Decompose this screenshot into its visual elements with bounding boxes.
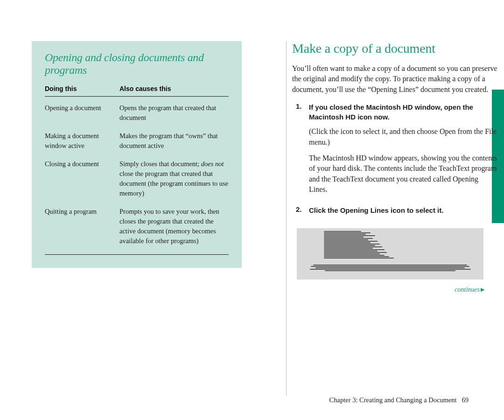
column-divider bbox=[286, 41, 287, 396]
section-title: Make a copy of a document bbox=[292, 41, 497, 56]
step-text: The Macintosh HD window appears, showing… bbox=[309, 153, 497, 195]
preview-text-block bbox=[324, 231, 394, 259]
table-header-doing: Doing this bbox=[45, 85, 119, 92]
cell-causes-post: close the program that created that docu… bbox=[119, 170, 228, 197]
sidebar-title: Opening and closing documents and progra… bbox=[45, 51, 229, 77]
cell-doing: Closing a document bbox=[45, 159, 119, 198]
table-row: Quitting a program Prompts you to save y… bbox=[45, 207, 229, 246]
table-header: Doing this Also causes this bbox=[45, 85, 229, 96]
step-title: Click the Opening Lines icon to select i… bbox=[309, 205, 497, 215]
step-2: 2. Click the Opening Lines icon to selec… bbox=[292, 205, 497, 220]
continues-text: continues bbox=[455, 286, 480, 293]
cell-causes-pre: Simply closes that document; bbox=[119, 160, 201, 168]
reference-table: Doing this Also causes this Opening a do… bbox=[45, 85, 229, 255]
cell-doing: Making a document window active bbox=[45, 131, 119, 151]
table-row: Closing a document Simply closes that do… bbox=[45, 159, 229, 198]
table-header-causes: Also causes this bbox=[119, 85, 229, 92]
step-text: (Click the icon to select it, and then c… bbox=[309, 126, 497, 147]
cell-doing: Quitting a program bbox=[45, 207, 119, 246]
cell-causes: Makes the program that “owns” that docum… bbox=[119, 131, 229, 151]
step-title: If you closed the Macintosh HD window, o… bbox=[309, 102, 497, 122]
step-body: Click the Opening Lines icon to select i… bbox=[309, 205, 497, 220]
cell-causes: Opens the program that created that docu… bbox=[119, 103, 229, 123]
continues-arrow-icon: ▶ bbox=[480, 287, 484, 292]
step-1: 1. If you closed the Macintosh HD window… bbox=[292, 102, 497, 200]
table-rule-top bbox=[45, 96, 229, 97]
step-number: 2. bbox=[296, 205, 309, 220]
intro-paragraph: You’ll often want to make a copy of a do… bbox=[292, 63, 497, 95]
continues-indicator: continues▶ bbox=[292, 286, 497, 294]
step-number: 1. bbox=[296, 102, 309, 200]
cell-causes: Simply closes that document; does not cl… bbox=[119, 159, 229, 198]
left-column: Opening and closing documents and progra… bbox=[32, 41, 245, 400]
preview-text-block-wide bbox=[306, 265, 474, 271]
cell-doing: Opening a document bbox=[45, 103, 119, 123]
page-number: 69 bbox=[462, 396, 469, 404]
cell-causes: Prompts you to save your work, then clos… bbox=[119, 207, 229, 246]
table-row: Making a document window active Makes th… bbox=[45, 131, 229, 151]
page-footer: Chapter 3: Creating and Changing a Docum… bbox=[329, 396, 469, 404]
sidebar-box: Opening and closing documents and progra… bbox=[32, 41, 242, 268]
table-rule-bottom bbox=[45, 254, 229, 255]
cell-causes-em: does not bbox=[201, 160, 224, 168]
step-body: If you closed the Macintosh HD window, o… bbox=[309, 102, 497, 200]
chapter-label: Chapter 3: Creating and Changing a Docum… bbox=[329, 396, 457, 404]
document-preview-image bbox=[297, 228, 483, 280]
right-column: Make a copy of a document You’ll often w… bbox=[292, 41, 497, 294]
page: Opening and closing documents and progra… bbox=[0, 0, 504, 420]
table-row: Opening a document Opens the program tha… bbox=[45, 103, 229, 123]
content-area: Opening and closing documents and progra… bbox=[32, 41, 480, 400]
